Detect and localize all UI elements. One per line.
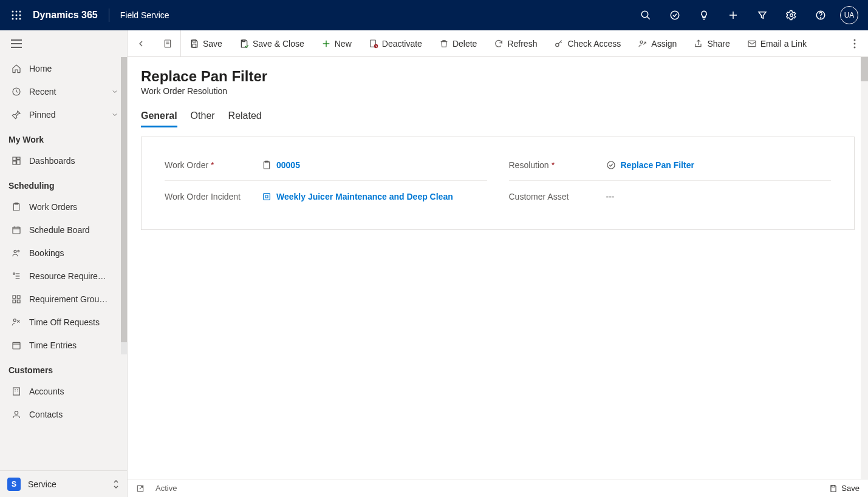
lightbulb-icon[interactable] [689, 0, 719, 30]
field-customer-asset[interactable]: Customer Asset --- [509, 181, 832, 212]
area-switcher[interactable]: S Service [0, 470, 127, 497]
sidebar-item-label: Contacts [29, 410, 118, 419]
popout-icon[interactable] [136, 484, 145, 493]
add-icon[interactable] [719, 0, 748, 30]
field-label: Work Order Incident [165, 192, 241, 201]
button-label: Save & Close [253, 39, 304, 49]
svg-rect-38 [17, 296, 20, 299]
sidebar-toggle-icon[interactable] [0, 30, 127, 57]
sidebar-scrollbar[interactable] [121, 57, 127, 354]
svg-point-9 [641, 11, 648, 18]
settings-icon[interactable] [777, 0, 806, 30]
brand-title[interactable]: Dynamics 365 [33, 10, 98, 21]
sidebar-item-scheduleboard[interactable]: Schedule Board [0, 218, 127, 242]
svg-point-62 [640, 41, 643, 43]
status-bar: Active Save [128, 479, 868, 497]
tab-general[interactable]: General [141, 107, 177, 127]
save-close-icon [239, 39, 249, 49]
lookup-value[interactable]: Weekly Juicer Maintenance and Deep Clean [276, 192, 453, 201]
search-icon[interactable] [631, 0, 660, 30]
app-launcher-icon[interactable] [7, 10, 26, 20]
svg-rect-23 [17, 160, 20, 164]
filter-icon[interactable] [748, 0, 777, 30]
list-icon [11, 271, 22, 282]
button-label: Save [203, 39, 222, 49]
button-label: Check Access [567, 39, 621, 49]
sidebar: Home Recent Pinned My Work Dashboards Sc… [0, 30, 128, 497]
share-button[interactable]: Share [685, 30, 738, 57]
tab-related[interactable]: Related [228, 107, 262, 127]
chevron-down-icon [111, 111, 118, 118]
button-label: Save [841, 484, 859, 493]
field-resolution[interactable]: Resolution* Replace Pan Filter [509, 149, 832, 181]
svg-point-14 [790, 14, 793, 17]
updown-icon [112, 479, 120, 489]
new-button[interactable]: New [313, 30, 360, 57]
sidebar-item-home[interactable]: Home [0, 57, 127, 80]
svg-point-65 [854, 42, 856, 44]
open-record-set-button[interactable] [154, 30, 181, 57]
app-name[interactable]: Field Service [120, 10, 169, 20]
content-scrollbar[interactable] [861, 57, 868, 479]
sidebar-item-contacts[interactable]: Contacts [0, 403, 127, 426]
divider [109, 8, 109, 22]
more-commands-button[interactable] [841, 30, 868, 57]
sidebar-item-bookings[interactable]: Bookings [0, 242, 127, 265]
sidebar-item-timeoff[interactable]: Time Off Requests [0, 311, 127, 334]
refresh-button[interactable]: Refresh [485, 30, 545, 57]
home-icon [11, 63, 22, 74]
assign-icon [638, 39, 648, 49]
button-label: Refresh [507, 39, 537, 49]
calendar-icon [11, 340, 22, 351]
lookup-value[interactable]: 00005 [276, 160, 300, 170]
page-subtitle: Work Order Resolution [141, 86, 855, 96]
svg-rect-24 [13, 161, 16, 164]
field-label: Resolution [509, 160, 549, 170]
tab-other[interactable]: Other [191, 107, 215, 127]
back-button[interactable] [128, 30, 154, 57]
field-work-order-incident[interactable]: Work Order Incident Weekly Juicer Mainte… [165, 181, 487, 212]
people-icon [11, 248, 22, 259]
check-access-button[interactable]: Check Access [545, 30, 629, 57]
svg-rect-40 [17, 300, 20, 303]
sidebar-item-timeentries[interactable]: Time Entries [0, 334, 127, 357]
assign-button[interactable]: Assign [629, 30, 685, 57]
button-label: Email a Link [760, 39, 807, 49]
person-icon [11, 409, 22, 420]
button-label: Deactivate [382, 39, 422, 49]
record-form: Replace Pan Filter Work Order Resolution… [128, 57, 868, 479]
delete-button[interactable]: Delete [431, 30, 485, 57]
save-button[interactable]: Save [181, 30, 231, 57]
page-title: Replace Pan Filter [141, 68, 855, 85]
required-indicator: * [211, 160, 214, 170]
sidebar-item-pinned[interactable]: Pinned [0, 103, 127, 126]
sidebar-item-workorders[interactable]: Work Orders [0, 195, 127, 218]
sidebar-item-dashboards[interactable]: Dashboards [0, 149, 127, 172]
sidebar-item-label: Resource Require… [29, 271, 118, 281]
svg-point-4 [16, 15, 18, 16]
task-icon[interactable] [660, 0, 689, 30]
dashboard-icon [11, 155, 22, 166]
svg-rect-37 [13, 296, 16, 299]
sidebar-item-accounts[interactable]: Accounts [0, 380, 127, 403]
svg-line-10 [647, 16, 650, 19]
field-label: Work Order [165, 160, 208, 170]
timeoff-icon [11, 317, 22, 328]
sidebar-item-recent[interactable]: Recent [0, 80, 127, 103]
sidebar-item-reqgroups[interactable]: Requirement Grou… [0, 288, 127, 311]
deactivate-button[interactable]: Deactivate [360, 30, 431, 57]
email-link-button[interactable]: Email a Link [739, 30, 815, 57]
sidebar-item-label: Work Orders [29, 202, 118, 212]
svg-line-60 [375, 45, 377, 47]
footer-save-button[interactable]: Save [829, 484, 859, 493]
lookup-value[interactable]: Replace Pan Filter [621, 160, 694, 170]
svg-point-3 [12, 15, 14, 16]
area-label: Service [28, 479, 56, 489]
help-icon[interactable] [806, 0, 835, 30]
field-work-order[interactable]: Work Order* 00005 [165, 149, 487, 181]
save-close-button[interactable]: Save & Close [231, 30, 313, 57]
sidebar-item-resourcereq[interactable]: Resource Require… [0, 265, 127, 288]
sidebar-item-label: Accounts [29, 387, 118, 396]
user-avatar[interactable]: UA [840, 6, 858, 24]
sidebar-group-mywork: My Work [0, 126, 127, 149]
